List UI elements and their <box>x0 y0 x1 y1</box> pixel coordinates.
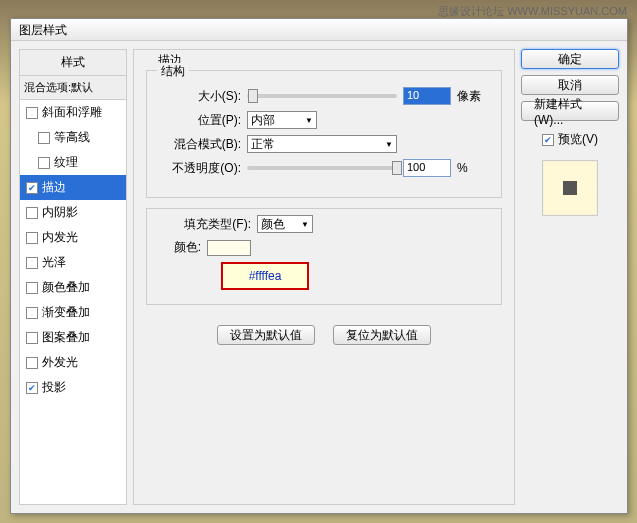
opacity-label: 不透明度(O): <box>161 160 241 177</box>
style-checkbox[interactable] <box>38 132 50 144</box>
size-unit: 像素 <box>457 88 487 105</box>
chevron-down-icon: ▼ <box>385 140 393 149</box>
chevron-down-icon: ▼ <box>301 220 309 229</box>
fill-type-label: 填充类型(F): <box>161 216 251 233</box>
preview-swatch <box>563 181 577 195</box>
blending-options-row[interactable]: 混合选项:默认 <box>19 76 127 100</box>
styles-panel: 样式 混合选项:默认 斜面和浮雕等高线纹理描边内阴影内发光光泽颜色叠加渐变叠加图… <box>19 49 127 505</box>
position-row: 位置(P): 内部▼ <box>161 111 487 129</box>
style-checkbox[interactable] <box>38 157 50 169</box>
color-swatch[interactable] <box>207 240 251 256</box>
size-label: 大小(S): <box>161 88 241 105</box>
structure-legend: 结构 <box>157 63 189 80</box>
style-item-6[interactable]: 光泽 <box>20 250 126 275</box>
fill-type-dropdown[interactable]: 颜色▼ <box>257 215 313 233</box>
style-item-7[interactable]: 颜色叠加 <box>20 275 126 300</box>
blend-mode-label: 混合模式(B): <box>161 136 241 153</box>
style-checkbox[interactable] <box>26 307 38 319</box>
layer-style-dialog: 图层样式 样式 混合选项:默认 斜面和浮雕等高线纹理描边内阴影内发光光泽颜色叠加… <box>10 18 628 514</box>
style-item-10[interactable]: 外发光 <box>20 350 126 375</box>
color-hex-callout: #ffffea <box>221 262 309 290</box>
options-panel: 描边 结构 大小(S): 10 像素 位置(P): 内部▼ 混合模式(B): <box>133 49 515 505</box>
style-item-label: 内发光 <box>42 229 78 246</box>
color-label: 颜色: <box>161 239 201 256</box>
opacity-row: 不透明度(O): 100 % <box>161 159 487 177</box>
new-style-button[interactable]: 新建样式(W)... <box>521 101 619 121</box>
style-item-8[interactable]: 渐变叠加 <box>20 300 126 325</box>
style-item-0[interactable]: 斜面和浮雕 <box>20 100 126 125</box>
position-label: 位置(P): <box>161 112 241 129</box>
opacity-unit: % <box>457 161 487 175</box>
style-item-label: 光泽 <box>42 254 66 271</box>
style-item-label: 纹理 <box>54 154 78 171</box>
opacity-input[interactable]: 100 <box>403 159 451 177</box>
style-checkbox[interactable] <box>26 182 38 194</box>
blend-mode-row: 混合模式(B): 正常▼ <box>161 135 487 153</box>
size-slider[interactable] <box>247 94 397 98</box>
structure-fieldset: 结构 大小(S): 10 像素 位置(P): 内部▼ 混合模式(B): <box>146 70 502 198</box>
chevron-down-icon: ▼ <box>305 116 313 125</box>
opacity-slider[interactable] <box>247 166 397 170</box>
style-checkbox[interactable] <box>26 207 38 219</box>
style-item-5[interactable]: 内发光 <box>20 225 126 250</box>
size-row: 大小(S): 10 像素 <box>161 87 487 105</box>
styles-header[interactable]: 样式 <box>19 49 127 76</box>
preview-label: 预览(V) <box>558 131 598 148</box>
size-input[interactable]: 10 <box>403 87 451 105</box>
style-item-label: 等高线 <box>54 129 90 146</box>
style-item-3[interactable]: 描边 <box>20 175 126 200</box>
style-checkbox[interactable] <box>26 232 38 244</box>
style-item-label: 投影 <box>42 379 66 396</box>
style-item-4[interactable]: 内阴影 <box>20 200 126 225</box>
position-dropdown[interactable]: 内部▼ <box>247 111 317 129</box>
style-item-11[interactable]: 投影 <box>20 375 126 400</box>
style-item-label: 描边 <box>42 179 66 196</box>
style-checkbox[interactable] <box>26 282 38 294</box>
dialog-titlebar[interactable]: 图层样式 <box>11 19 627 41</box>
action-panel: 确定 取消 新建样式(W)... 预览(V) <box>521 49 619 505</box>
style-item-2[interactable]: 纹理 <box>20 150 126 175</box>
style-item-1[interactable]: 等高线 <box>20 125 126 150</box>
style-item-label: 颜色叠加 <box>42 279 90 296</box>
style-item-label: 内阴影 <box>42 204 78 221</box>
style-checkbox[interactable] <box>26 382 38 394</box>
style-list: 斜面和浮雕等高线纹理描边内阴影内发光光泽颜色叠加渐变叠加图案叠加外发光投影 <box>19 100 127 505</box>
preview-box <box>542 160 598 216</box>
style-checkbox[interactable] <box>26 107 38 119</box>
style-item-label: 外发光 <box>42 354 78 371</box>
style-checkbox[interactable] <box>26 357 38 369</box>
blend-mode-dropdown[interactable]: 正常▼ <box>247 135 397 153</box>
preview-checkbox[interactable] <box>542 134 554 146</box>
style-checkbox[interactable] <box>26 257 38 269</box>
style-item-label: 斜面和浮雕 <box>42 104 102 121</box>
cancel-button[interactable]: 取消 <box>521 75 619 95</box>
reset-default-button[interactable]: 复位为默认值 <box>333 325 431 345</box>
style-item-label: 渐变叠加 <box>42 304 90 321</box>
style-item-label: 图案叠加 <box>42 329 90 346</box>
make-default-button[interactable]: 设置为默认值 <box>217 325 315 345</box>
style-checkbox[interactable] <box>26 332 38 344</box>
fill-fieldset: 填充类型(F): 颜色▼ 颜色: #ffffea <box>146 208 502 305</box>
style-item-9[interactable]: 图案叠加 <box>20 325 126 350</box>
watermark-text: 思缘设计论坛 WWW.MISSYUAN.COM <box>438 4 627 19</box>
ok-button[interactable]: 确定 <box>521 49 619 69</box>
